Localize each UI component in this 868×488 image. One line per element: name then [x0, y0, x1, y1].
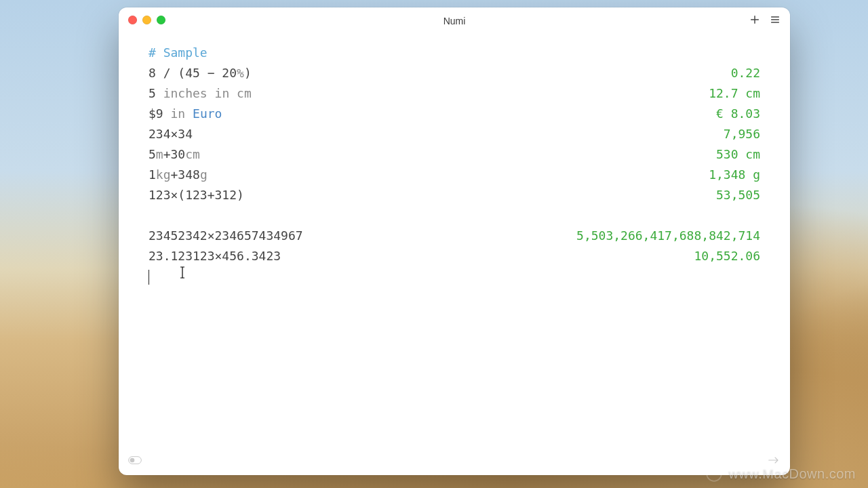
result: 530 cm [716, 144, 760, 165]
new-tab-button[interactable] [748, 13, 762, 26]
editor-line: 123×(123+312)53,505 [149, 185, 760, 205]
arrow-right-icon [767, 455, 781, 465]
expression: 1kg+348g [149, 165, 208, 185]
footer-bar [119, 451, 790, 475]
app-window: Numi # Sample 8 / (45 − 20%)0.225 inches… [119, 7, 790, 475]
editor-line: 5m+30cm530 cm [149, 144, 760, 165]
toggle-indicator[interactable] [128, 455, 142, 468]
zoom-window-button[interactable] [157, 16, 165, 24]
expression: 8 / (45 − 20%) [149, 63, 252, 83]
result: 10,552.06 [694, 246, 760, 266]
menu-button[interactable] [768, 13, 782, 26]
result: 0.22 [731, 63, 760, 83]
editor-line: 5 inches in cm12.7 cm [149, 83, 760, 104]
minimize-window-button[interactable] [142, 16, 151, 24]
text-caret [149, 270, 149, 285]
window-controls [128, 16, 165, 24]
expression: 23452342×234657434967 [149, 226, 303, 246]
plus-icon [749, 14, 760, 25]
editor-line: $9 in Euro€ 8.03 [149, 104, 760, 124]
result: 5,503,266,417,688,842,714 [576, 226, 760, 246]
caret-line [149, 266, 149, 287]
expression: 123×(123+312) [149, 185, 244, 205]
toggle-icon [128, 455, 142, 465]
svg-point-1 [130, 458, 135, 463]
result: 12.7 cm [709, 83, 760, 104]
hamburger-icon [770, 14, 781, 25]
editor-line: 234×347,956 [149, 124, 760, 144]
result: 7,956 [724, 124, 760, 144]
window-title: Numi [443, 16, 466, 26]
titlebar: Numi [119, 7, 790, 35]
watermark-logo-icon [705, 465, 723, 483]
expression: 5 inches in cm [149, 83, 252, 104]
editor-line: 1kg+348g1,348 g [149, 165, 760, 185]
close-window-button[interactable] [128, 16, 137, 24]
watermark-text: www.MacDown.com [728, 466, 856, 482]
result: 53,505 [716, 185, 760, 205]
editor-line [149, 205, 760, 226]
editor-line: 8 / (45 − 20%)0.22 [149, 63, 760, 83]
doc-header: # Sample [149, 43, 208, 63]
watermark: www.MacDown.com [705, 465, 856, 483]
editor-line: 23.123123×456.342310,552.06 [149, 246, 760, 266]
expression: $9 in Euro [149, 104, 222, 124]
editor-area[interactable]: # Sample 8 / (45 − 20%)0.225 inches in c… [119, 35, 790, 451]
editor-line: 23452342×2346574349675,503,266,417,688,8… [149, 226, 760, 246]
result: 1,348 g [709, 165, 760, 185]
expression: 5m+30cm [149, 144, 200, 165]
result: € 8.03 [716, 104, 760, 124]
expression: 234×34 [149, 124, 193, 144]
expression: 23.123123×456.3423 [149, 246, 281, 266]
